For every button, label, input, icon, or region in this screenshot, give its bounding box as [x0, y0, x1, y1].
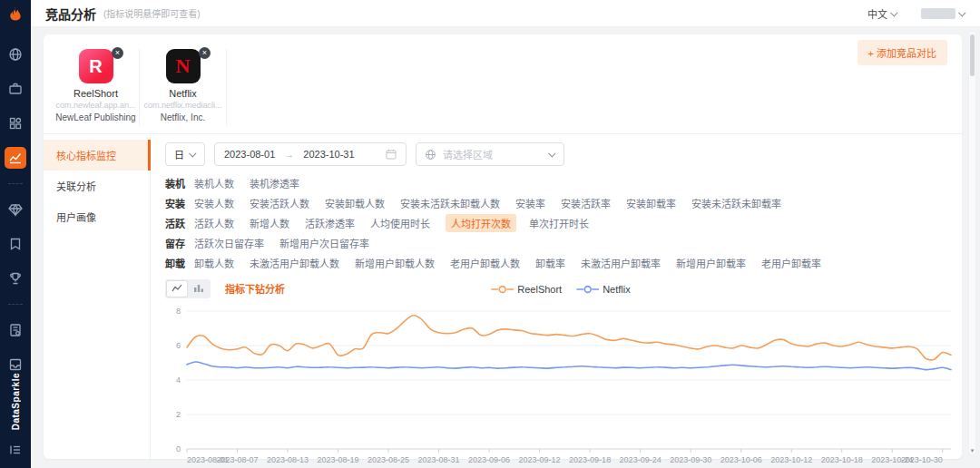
metrics-panel: 日 2023-08-01 → 2023-10-31 请选择区域 装机装机人数装机 [151, 134, 962, 463]
svg-text:2023-08-07: 2023-08-07 [216, 455, 258, 464]
svg-text:2023-10-06: 2023-10-06 [720, 455, 762, 464]
metric-option[interactable]: 活跃渗透率 [305, 216, 355, 230]
scrollbar-thumb[interactable] [970, 34, 975, 76]
chart-type-toggle [165, 279, 211, 298]
date-range-picker[interactable]: 2023-08-01 → 2023-10-31 [214, 142, 407, 166]
legend-label: ReelShort [517, 284, 562, 295]
metric-option[interactable]: 安装人数 [194, 196, 234, 210]
legend-item-netflix[interactable]: Netflix [576, 284, 631, 295]
metric-option[interactable]: 卸载率 [535, 256, 565, 270]
remove-app-button[interactable]: × [199, 47, 211, 59]
drill-down-link[interactable]: 指标下钻分析 [225, 281, 285, 296]
sidebar-item-portfolio[interactable] [5, 78, 26, 100]
add-competitor-button[interactable]: + 添加竞品对比 [858, 40, 947, 65]
vertical-scrollbar[interactable]: ▼ [968, 31, 976, 455]
calendar-icon [386, 149, 397, 160]
metric-option[interactable]: 活跃人数 [194, 216, 234, 230]
apps-grid-icon [8, 116, 23, 131]
flame-logo-icon [7, 5, 24, 22]
sidebar-item-premium[interactable] [5, 199, 26, 220]
sidebar-item-analytics[interactable] [5, 147, 26, 169]
sidebar-item-reports[interactable] [5, 319, 26, 341]
metric-option[interactable]: 人均使用时长 [370, 216, 430, 230]
legend-item-reelshort[interactable]: ReelShort [491, 284, 562, 295]
analytics-chart-icon [8, 151, 23, 165]
user-name-redacted [921, 8, 956, 19]
date-start: 2023-08-01 [224, 149, 275, 160]
sidebar-item-ranking[interactable] [5, 268, 26, 289]
globe-icon [8, 47, 23, 62]
metric-option[interactable]: 安装未活跃未卸载率 [691, 196, 781, 210]
sidebar-divider [8, 304, 23, 305]
user-menu[interactable] [921, 8, 965, 19]
briefcase-icon [8, 82, 23, 96]
svg-text:2023-09-30: 2023-09-30 [670, 455, 711, 464]
metric-option[interactable]: 新增人数 [250, 216, 289, 230]
region-placeholder: 请选择区域 [443, 147, 493, 161]
svg-text:2023-08-25: 2023-08-25 [368, 455, 409, 464]
metric-option[interactable]: 装机人数 [194, 176, 234, 190]
metric-option[interactable]: 卸载人数 [194, 256, 234, 270]
metric-option[interactable]: 安装卸载率 [626, 196, 676, 210]
scrollbar-down-arrow[interactable]: ▼ [969, 448, 975, 453]
line-chart[interactable]: 024682023-08-012023-08-072023-08-132023-… [165, 304, 956, 468]
book-icon [8, 237, 23, 251]
app-logo[interactable] [0, 0, 31, 27]
svg-text:2023-09-18: 2023-09-18 [569, 455, 611, 464]
chevron-down-icon [189, 150, 196, 157]
trophy-icon [8, 271, 23, 286]
svg-text:8: 8 [176, 307, 181, 316]
remove-app-button[interactable]: × [112, 47, 123, 59]
metric-option[interactable]: 老用户卸载人数 [450, 256, 520, 270]
metric-row: 装机装机人数装机渗透率 [165, 176, 956, 190]
metric-option[interactable]: 新增用户次日留存率 [279, 236, 369, 250]
metric-option[interactable]: 未激活用户卸载率 [581, 256, 661, 270]
svg-text:2023-08-13: 2023-08-13 [267, 455, 309, 464]
granularity-select[interactable]: 日 [165, 142, 205, 166]
tab-core-metrics[interactable]: 核心指标监控 [44, 140, 150, 171]
left-sidebar: DataSparkle [0, 0, 31, 468]
metric-option[interactable]: 未激活用户卸载人数 [250, 256, 339, 270]
metric-option[interactable]: 新增用户卸载率 [676, 256, 746, 270]
metric-option[interactable]: 安装未活跃未卸载人数 [400, 196, 500, 210]
metric-option[interactable]: 人均打开次数 [446, 214, 516, 232]
metric-option[interactable]: 活跃次日留存率 [194, 236, 264, 250]
metric-row: 安装安装人数安装活跃人数安装卸载人数安装未活跃未卸载人数安装率安装活跃率安装卸载… [165, 196, 956, 210]
region-select[interactable]: 请选择区域 [416, 142, 564, 166]
app-card-reelshort[interactable]: R × ReelShort com.newleaf.app.an... NewL… [53, 49, 140, 126]
tab-user-profile[interactable]: 用户画像 [44, 201, 150, 232]
metric-group-label: 装机 [165, 176, 194, 190]
metric-row: 卸载卸载人数未激活用户卸载人数新增用户卸载人数老用户卸载人数卸载率未激活用户卸载… [165, 256, 956, 270]
metric-group-label: 安装 [165, 196, 194, 210]
sidebar-item-apps[interactable] [5, 112, 26, 134]
svg-text:2023-10-18: 2023-10-18 [821, 455, 863, 464]
tab-correlation-analysis[interactable]: 关联分析 [44, 171, 150, 201]
app-card-netflix[interactable]: N × Netflix com.netflix.mediacli... Netf… [140, 49, 227, 126]
svg-text:2023-08-31: 2023-08-31 [418, 455, 460, 464]
reelshort-app-icon: R [79, 49, 113, 83]
sidebar-item-globe[interactable] [5, 44, 26, 65]
metric-option[interactable]: 安装活跃率 [561, 196, 611, 210]
archive-box-icon [8, 357, 23, 372]
line-chart-toggle-button[interactable] [167, 281, 187, 297]
menu-list-icon [8, 443, 23, 457]
sidebar-item-library[interactable] [5, 233, 26, 255]
metric-option[interactable]: 装机渗透率 [250, 176, 299, 190]
bar-chart-icon [193, 284, 204, 293]
metric-option[interactable]: 安装卸载人数 [325, 196, 385, 210]
metric-option[interactable]: 安装活跃人数 [250, 196, 309, 210]
gem-icon [8, 202, 23, 217]
metric-option[interactable]: 单次打开时长 [529, 216, 589, 230]
page-title-hint: (指标说明悬停即可查看) [103, 6, 201, 20]
metric-option[interactable]: 老用户卸载率 [761, 256, 821, 270]
legend-marker-icon [576, 285, 599, 294]
sidebar-collapse-button[interactable] [0, 439, 31, 461]
language-selector[interactable]: 中文 [867, 6, 897, 21]
metric-option[interactable]: 新增用户卸载人数 [355, 256, 435, 270]
svg-text:2: 2 [176, 410, 181, 419]
bar-chart-toggle-button[interactable] [189, 281, 209, 297]
metric-option[interactable]: 安装率 [515, 196, 545, 210]
date-end: 2023-10-31 [303, 149, 354, 160]
globe-icon [425, 149, 436, 161]
metric-groups: 装机装机人数装机渗透率安装安装人数安装活跃人数安装卸载人数安装未活跃未卸载人数安… [165, 176, 956, 270]
